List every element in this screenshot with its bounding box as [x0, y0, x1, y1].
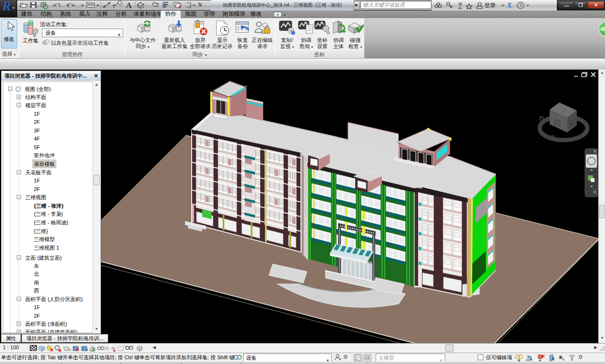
svg-text:X: X [507, 2, 512, 9]
svg-text:西: 西 [539, 115, 544, 122]
svg-text:右: 右 [568, 120, 574, 126]
svg-text:A: A [126, 1, 132, 10]
svg-text:南: 南 [550, 134, 555, 141]
svg-text:上: 上 [561, 107, 566, 113]
svg-text:登录: 登录 [484, 2, 496, 9]
svg-text:9: 9 [86, 348, 88, 352]
svg-text:1: 1 [119, 1, 121, 5]
svg-text:?: ? [519, 2, 522, 8]
svg-text:前: 前 [554, 119, 561, 127]
svg-text:东: 东 [583, 129, 588, 135]
